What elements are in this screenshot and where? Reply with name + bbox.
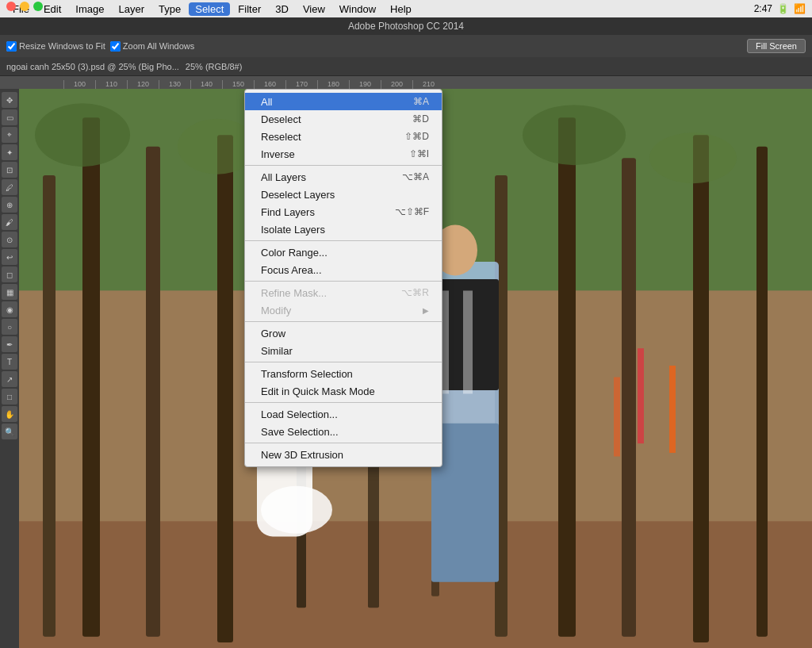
menu-item-color-range[interactable]: Color Range... <box>245 243 442 261</box>
menu-item-grow[interactable]: Grow <box>245 324 442 342</box>
menu-type[interactable]: Type <box>152 2 187 16</box>
resize-windows-input[interactable] <box>6 41 17 52</box>
tool-path-select[interactable]: ↗ <box>2 371 17 387</box>
tool-shape[interactable]: □ <box>2 389 17 405</box>
menu-view[interactable]: View <box>297 2 331 16</box>
tool-crop[interactable]: ⊡ <box>2 162 17 178</box>
svg-rect-5 <box>217 135 233 642</box>
tool-gradient[interactable]: ▦ <box>2 284 17 300</box>
menu-item-all-label: All <box>261 96 413 108</box>
menu-item-transform-selection[interactable]: Transform Selection <box>245 365 442 382</box>
menu-3d[interactable]: 3D <box>269 2 295 16</box>
tool-select-rect[interactable]: ▭ <box>2 109 17 125</box>
svg-rect-4 <box>146 147 160 637</box>
menu-item-find-layers-shortcut: ⌥⇧⌘F <box>395 206 429 217</box>
main-area: ✥ ▭ ⌖ ✦ ⊡ 🖊 ⊕ 🖌 ⊙ ↩ ◻ ▦ ◉ ○ ✒ T ↗ □ ✋ 🔍 <box>0 89 812 648</box>
menubar: File Edit Image Layer Type Select Filter… <box>0 0 812 17</box>
tool-clone[interactable]: ⊙ <box>2 232 17 247</box>
separator-2 <box>245 240 442 241</box>
document-info: 25% (RGB/8#) <box>186 62 243 71</box>
menu-item-load-selection[interactable]: Load Selection... <box>245 405 442 423</box>
svg-point-27 <box>261 486 332 534</box>
svg-rect-30 <box>669 366 676 453</box>
menu-item-refine-mask: Refine Mask... ⌥⌘R <box>245 284 442 301</box>
menu-item-focus-area[interactable]: Focus Area... <box>245 261 442 278</box>
tool-lasso[interactable]: ⌖ <box>2 127 17 143</box>
modify-submenu-arrow: ▶ <box>423 306 429 315</box>
ruler-mark-130: 130 <box>159 80 190 89</box>
menu-item-save-selection-label: Save Selection... <box>261 426 429 438</box>
zoom-all-checkbox[interactable]: Zoom All Windows <box>110 41 194 52</box>
tool-move[interactable]: ✥ <box>2 92 17 108</box>
svg-rect-3 <box>82 117 100 636</box>
menu-item-inverse[interactable]: Inverse ⇧⌘I <box>245 145 442 163</box>
svg-rect-6 <box>43 175 56 637</box>
menu-item-reselect-shortcut: ⇧⌘D <box>404 131 429 142</box>
clock-display: 2:47 <box>754 3 772 14</box>
ps-title-bar: Adobe Photoshop CC 2014 <box>0 17 812 35</box>
menu-item-all-layers[interactable]: All Layers ⌥⌘A <box>245 168 442 186</box>
tool-magic-wand[interactable]: ✦ <box>2 144 17 160</box>
menu-item-reselect[interactable]: Reselect ⇧⌘D <box>245 128 442 145</box>
menu-filter[interactable]: Filter <box>232 2 267 16</box>
menu-layer[interactable]: Layer <box>113 2 151 16</box>
maximize-button[interactable] <box>33 2 43 11</box>
tool-eyedropper[interactable]: 🖊 <box>2 179 17 195</box>
toolbar-row: Resize Windows to Fit Zoom All Windows F… <box>0 35 812 57</box>
ruler-mark-150: 150 <box>222 80 254 89</box>
svg-rect-8 <box>622 158 636 636</box>
wifi-icon: 📶 <box>794 3 806 14</box>
menu-item-all[interactable]: All ⌘A <box>245 93 442 110</box>
ruler-mark-170: 170 <box>285 80 317 89</box>
close-button[interactable] <box>6 2 16 11</box>
ruler-mark-100: 100 <box>63 80 95 89</box>
menu-item-find-layers-label: Find Layers <box>261 206 395 218</box>
menu-window[interactable]: Window <box>333 2 382 16</box>
menu-item-focus-area-label: Focus Area... <box>261 264 429 276</box>
separator-6 <box>245 402 442 403</box>
zoom-all-input[interactable] <box>110 41 121 52</box>
tool-history-brush[interactable]: ↩ <box>2 249 17 265</box>
tool-dodge[interactable]: ○ <box>2 319 17 335</box>
menu-item-similar[interactable]: Similar <box>245 342 442 359</box>
menu-item-grow-label: Grow <box>261 328 429 339</box>
tool-type[interactable]: T <box>2 354 17 370</box>
resize-windows-checkbox[interactable]: Resize Windows to Fit <box>6 41 105 52</box>
left-toolbar: ✥ ▭ ⌖ ✦ ⊡ 🖊 ⊕ 🖌 ⊙ ↩ ◻ ▦ ◉ ○ ✒ T ↗ □ ✋ 🔍 <box>0 89 19 648</box>
menu-item-edit-quick-mask-label: Edit in Quick Mask Mode <box>261 385 429 397</box>
document-title: ngoai canh 25x50 (3).psd @ 25% (Big Pho.… <box>6 62 179 71</box>
menu-item-new-3d-extrusion-label: New 3D Extrusion <box>261 449 429 461</box>
menu-select[interactable]: Select <box>189 2 230 16</box>
fill-screen-button[interactable]: Fill Screen <box>747 39 806 53</box>
menu-item-isolate-layers[interactable]: Isolate Layers <box>245 220 442 238</box>
menu-image[interactable]: Image <box>69 2 110 16</box>
svg-rect-7 <box>558 117 576 636</box>
menu-item-deselect[interactable]: Deselect ⌘D <box>245 110 442 128</box>
menu-help[interactable]: Help <box>384 2 418 16</box>
menu-item-color-range-label: Color Range... <box>261 247 429 259</box>
horizontal-ruler: 100 110 120 130 140 150 160 170 180 190 … <box>0 76 812 89</box>
menu-item-find-layers[interactable]: Find Layers ⌥⇧⌘F <box>245 203 442 220</box>
tool-blur[interactable]: ◉ <box>2 301 17 317</box>
tool-brush[interactable]: 🖌 <box>2 214 17 230</box>
tool-heal[interactable]: ⊕ <box>2 197 17 213</box>
select-menu[interactable]: All ⌘A Deselect ⌘D Reselect ⇧⌘D Inverse … <box>244 89 442 467</box>
ruler-mark-180: 180 <box>317 80 349 89</box>
tool-hand[interactable]: ✋ <box>2 406 17 422</box>
menu-item-save-selection[interactable]: Save Selection... <box>245 423 442 440</box>
svg-point-17 <box>523 105 626 165</box>
minimize-button[interactable] <box>20 2 29 11</box>
battery-icon: 🔋 <box>777 3 789 14</box>
tool-eraser[interactable]: ◻ <box>2 266 17 282</box>
menu-item-new-3d-extrusion[interactable]: New 3D Extrusion <box>245 446 442 463</box>
menu-item-edit-quick-mask[interactable]: Edit in Quick Mask Mode <box>245 382 442 400</box>
separator-3 <box>245 281 442 282</box>
tool-pen[interactable]: ✒ <box>2 336 17 352</box>
menu-item-transform-selection-label: Transform Selection <box>261 368 429 380</box>
svg-rect-23 <box>463 290 473 393</box>
separator-4 <box>245 321 442 322</box>
menu-item-deselect-layers[interactable]: Deselect Layers <box>245 186 442 203</box>
tool-zoom[interactable]: 🔍 <box>2 424 17 439</box>
svg-rect-31 <box>614 378 620 457</box>
ruler-marks: 100 110 120 130 140 150 160 170 180 190 … <box>63 80 444 89</box>
